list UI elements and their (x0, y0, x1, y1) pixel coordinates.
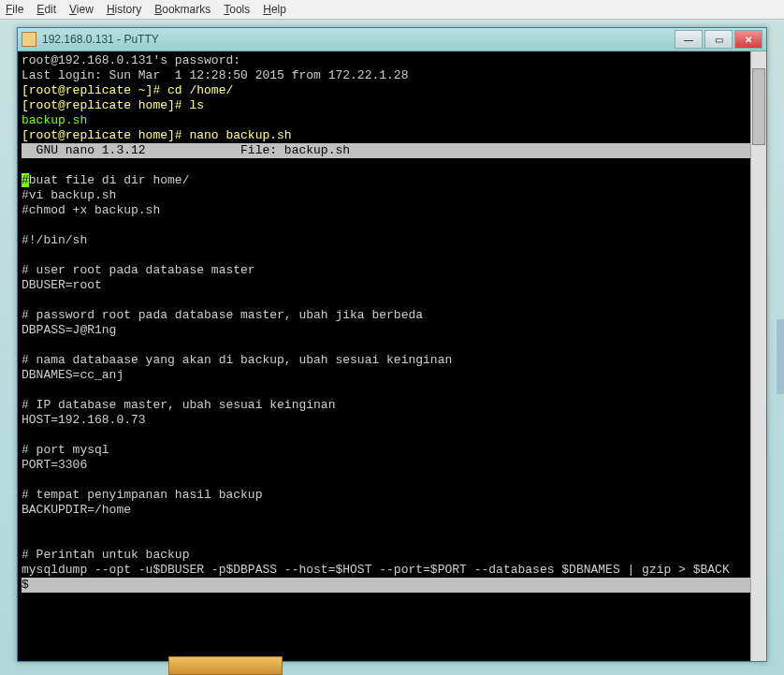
terminal-line: # password root pada database master, ub… (22, 308, 762, 323)
menu-bookmarks[interactable]: Bookmarks (154, 3, 211, 16)
desktop-area: 192.168.0.131 - PuTTY — ▭ ✕ root@192.168… (0, 20, 784, 675)
terminal-line: [root@replicate home]# nano backup.sh (22, 128, 762, 143)
terminal-line: # nama databaase yang akan di backup, ub… (22, 353, 762, 368)
menu-edit[interactable]: Edit (36, 3, 56, 16)
page-scrollbar[interactable] (777, 319, 784, 394)
menu-help[interactable]: Help (263, 3, 286, 16)
titlebar[interactable]: 192.168.0.131 - PuTTY — ▭ ✕ (18, 28, 766, 51)
putty-icon (22, 32, 36, 47)
browser-menubar[interactable]: FileEditViewHistoryBookmarksToolsHelp (0, 0, 784, 20)
taskbar-fragment (168, 656, 283, 675)
terminal-line: # port mysql (22, 443, 762, 458)
close-button[interactable]: ✕ (734, 30, 762, 49)
terminal-line: #buat file di dir home/ (22, 173, 762, 188)
menu-view[interactable]: View (69, 3, 94, 16)
terminal[interactable]: root@192.168.0.131's password:Last login… (18, 51, 766, 661)
terminal-line: DBUSER=root (22, 278, 762, 293)
terminal-line: DBPASS=J@R1ng (22, 323, 762, 338)
menu-tools[interactable]: Tools (224, 3, 250, 16)
scrollbar-thumb[interactable] (752, 68, 765, 145)
terminal-line: [root@replicate ~]# cd /home/ (22, 83, 762, 98)
terminal-line: GNU nano 1.3.12 File: backup.sh (22, 143, 762, 158)
terminal-line (22, 533, 762, 548)
minimize-button[interactable]: — (675, 30, 703, 49)
terminal-line: DBNAMES=cc_anj (22, 368, 762, 383)
terminal-scrollbar[interactable] (750, 51, 766, 661)
terminal-line: PORT=3306 (22, 458, 762, 473)
terminal-line: # IP database master, ubah sesuai keingi… (22, 398, 762, 413)
terminal-line: [root@replicate home]# ls (22, 98, 762, 113)
menu-history[interactable]: History (107, 3, 141, 16)
terminal-line: BACKUPDIR=/home (22, 503, 762, 518)
terminal-line: # tempat penyimpanan hasil backup (22, 488, 762, 503)
terminal-line (22, 293, 762, 308)
terminal-line: #vi backup.sh (22, 188, 762, 203)
terminal-line (22, 383, 762, 398)
putty-window: 192.168.0.131 - PuTTY — ▭ ✕ root@192.168… (17, 27, 767, 662)
terminal-line: root@192.168.0.131's password: (22, 53, 762, 68)
terminal-content[interactable]: root@192.168.0.131's password:Last login… (18, 51, 766, 594)
terminal-line: # Perintah untuk backup (22, 548, 762, 563)
terminal-line (22, 518, 762, 533)
terminal-line: Last login: Sun Mar 1 12:28:50 2015 from… (22, 68, 762, 83)
terminal-line: mysqldump --opt -u$DBUSER -p$DBPASS --ho… (22, 563, 762, 593)
terminal-line: #chmod +x backup.sh (22, 203, 762, 218)
window-buttons: — ▭ ✕ (675, 30, 762, 49)
maximize-button[interactable]: ▭ (704, 30, 733, 49)
terminal-line (22, 158, 762, 173)
terminal-line: HOST=192.168.0.73 (22, 413, 762, 428)
terminal-line (22, 428, 762, 443)
window-title: 192.168.0.131 - PuTTY (42, 33, 675, 46)
terminal-line: # user root pada database master (22, 263, 762, 278)
menu-file[interactable]: File (6, 3, 23, 16)
terminal-line: backup.sh (22, 113, 762, 128)
terminal-line (22, 473, 762, 488)
terminal-line (22, 338, 762, 353)
terminal-line: #!/bin/sh (22, 233, 762, 248)
terminal-line (22, 218, 762, 233)
terminal-line (22, 248, 762, 263)
